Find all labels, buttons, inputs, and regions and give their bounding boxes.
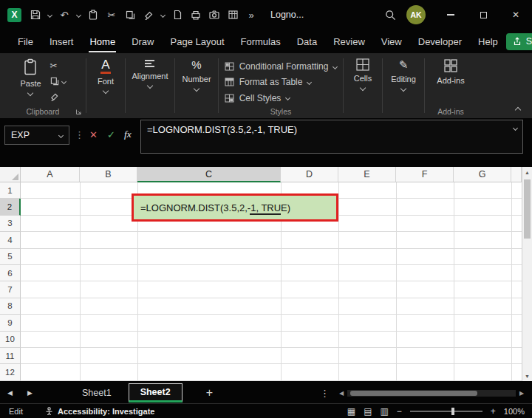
addins-button[interactable]: Add-ins [437,58,464,105]
row-header-6[interactable]: 6 [0,265,21,281]
zoom-slider-thumb[interactable] [451,408,454,415]
row-header-10[interactable]: 10 [0,332,21,348]
menu-tab-help[interactable]: Help [470,30,506,53]
excel-logo-icon[interactable]: X [7,8,21,22]
zoom-level[interactable]: 100% [504,407,525,416]
new-sheet-button[interactable]: + [206,386,213,400]
sheet-tab-sheet1[interactable]: Sheet1 [71,383,123,403]
menu-tab-page-layout[interactable]: Page Layout [163,30,233,53]
active-cell-c2[interactable]: =LOGNORM.DIST(3.5,2,-1, TRUE) [132,193,338,222]
menu-tab-view[interactable]: View [373,30,410,53]
row-header-12[interactable]: 12 [0,364,21,380]
select-all-corner[interactable] [0,167,21,182]
copy-button[interactable] [50,76,66,86]
avatar[interactable]: AK [406,5,426,24]
row-header-5[interactable]: 5 [0,249,21,265]
clipboard-icon[interactable] [87,9,99,21]
minimize-button[interactable] [434,0,467,30]
column-header-g[interactable]: G [454,167,511,182]
next-sheet-icon[interactable]: ▶ [20,389,40,397]
conditional-formatting-button[interactable]: Conditional Formatting [225,60,338,73]
sheet-tab-sheet2[interactable]: Sheet2 [129,383,183,402]
undo-dropdown-icon[interactable] [76,12,81,17]
save-dropdown-icon[interactable] [47,12,52,17]
scroll-up-icon[interactable]: ▲ [522,167,532,177]
formula-input[interactable]: =LOGNORM.DIST(3.5,2,-1, TRUE) [140,120,523,154]
table-icon[interactable] [227,9,239,21]
row-header-11[interactable]: 11 [0,348,21,364]
close-button[interactable]: ✕ [499,0,532,30]
editing-group-button[interactable]: ✎ Editing [391,58,416,105]
scroll-left-icon[interactable]: ◀ [337,390,346,397]
column-header-a[interactable]: A [21,167,80,182]
maximize-button[interactable] [467,0,499,30]
vertical-scrollbar[interactable]: ▲ ▼ [522,167,532,381]
menu-tab-home[interactable]: Home [81,30,123,53]
menu-tab-draw[interactable]: Draw [123,30,162,53]
column-header-f[interactable]: F [396,167,454,182]
menu-tab-data[interactable]: Data [289,30,325,53]
camera-icon[interactable] [208,9,220,21]
row-header-7[interactable]: 7 [0,281,21,298]
normal-view-icon[interactable]: ▦ [347,406,355,417]
sheet-options-icon[interactable]: ⋮ [320,388,330,399]
horizontal-scrollbar[interactable]: ◀ ▶ [337,390,526,397]
accessibility-status[interactable]: Accessibility: Investigate [45,407,154,416]
save-icon[interactable] [30,9,41,21]
page-layout-view-icon[interactable]: ▤ [364,406,372,417]
cut-icon[interactable]: ✂ [106,9,117,21]
copy-icon[interactable] [124,9,136,21]
cut-button[interactable]: ✂ [50,61,66,71]
document-title[interactable]: Logno... [270,10,304,20]
formula-bar-drag-handle-icon[interactable]: ⋮ [75,129,84,140]
paste-button[interactable]: Paste [20,58,41,105]
zoom-out-icon[interactable]: − [397,406,402,417]
print-icon[interactable] [190,9,202,21]
column-header-partial[interactable] [511,167,522,182]
format-painter-button[interactable] [50,92,66,102]
menu-tab-review[interactable]: Review [325,30,373,53]
column-header-c[interactable]: C [137,167,281,182]
alignment-group-button[interactable]: Alignment [132,58,168,105]
page-break-view-icon[interactable]: ▥ [380,406,388,417]
menu-tab-file[interactable]: File [10,30,41,53]
menu-tab-formulas[interactable]: Formulas [233,30,289,53]
share-button[interactable]: Share [506,33,532,50]
column-header-e[interactable]: E [338,167,396,182]
scroll-right-icon[interactable]: ▶ [517,390,526,397]
name-box[interactable]: EXP [4,126,69,145]
search-icon[interactable] [384,9,396,21]
undo-icon[interactable]: ↶ [58,9,70,21]
cells-group-button[interactable]: Cells [354,58,372,105]
more-commands-icon[interactable]: » [245,9,257,21]
font-group-button[interactable]: A Font [98,58,114,105]
row-header-2[interactable]: 2 [0,199,21,215]
row-header-3[interactable]: 3 [0,216,21,232]
column-header-d[interactable]: D [281,167,338,182]
insert-function-icon[interactable]: fx [124,129,132,140]
enter-icon[interactable]: ✓ [107,129,115,140]
row-header-8[interactable]: 8 [0,298,21,315]
document-icon[interactable] [171,9,183,21]
horizontal-scrollbar-thumb[interactable] [350,391,477,396]
menu-tab-insert[interactable]: Insert [41,30,82,53]
clipboard-dialog-launcher-icon[interactable] [75,109,82,115]
row-header-1[interactable]: 1 [0,182,21,199]
scroll-down-icon[interactable]: ▼ [522,371,532,381]
zoom-slider[interactable] [410,411,482,412]
cancel-icon[interactable]: ✕ [89,129,98,140]
format-painter-dropdown-icon[interactable] [160,12,166,17]
number-group-button[interactable]: % Number [182,58,211,105]
row-header-9[interactable]: 9 [0,315,21,331]
format-painter-icon[interactable] [143,9,154,21]
vertical-scrollbar-thumb[interactable] [524,179,531,239]
zoom-in-icon[interactable]: + [491,406,496,417]
collapse-ribbon-icon[interactable] [515,107,521,113]
menu-tab-developer[interactable]: Developer [410,30,470,53]
horizontal-scrollbar-track[interactable] [347,390,516,397]
column-header-b[interactable]: B [80,167,137,182]
row-header-4[interactable]: 4 [0,232,21,248]
cell-styles-button[interactable]: Cell Styles [225,92,338,105]
format-as-table-button[interactable]: Format as Table [225,75,338,89]
previous-sheet-icon[interactable]: ◀ [0,389,20,397]
